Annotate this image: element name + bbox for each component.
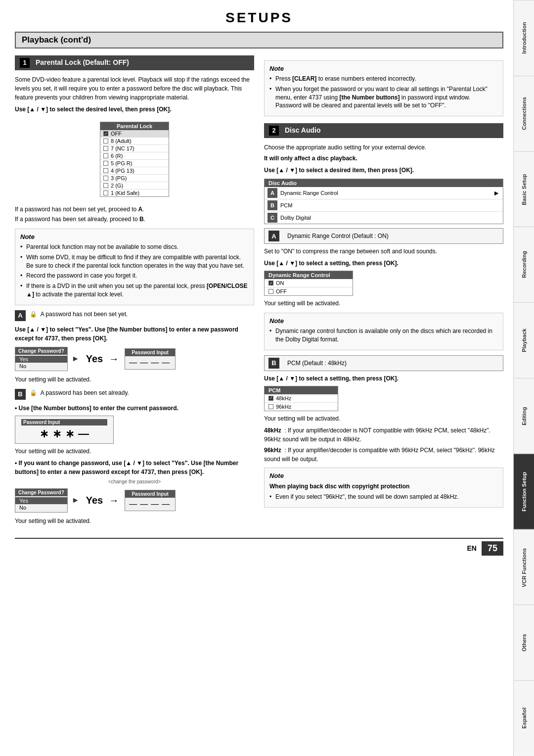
parental-menu-row-3: 3 (PG) <box>100 175 169 182</box>
section1-instruction: Use [▲ / ▼] to select the desired level,… <box>15 105 254 114</box>
checkbox-7 <box>103 146 108 151</box>
sidebar-tab-connections[interactable]: Connections <box>514 76 534 151</box>
marker-b-instruction: • Use [the Number buttons] to enter the … <box>15 404 254 413</box>
password-display-b: Password Input ∗ ∗ ∗ — <box>15 416 114 444</box>
sidebar-tab-playback[interactable]: Playback <box>514 302 534 378</box>
pw-star-2: ∗ <box>52 427 61 440</box>
sidebar-tab-editing[interactable]: Editing <box>514 378 534 454</box>
note-item-2: With some DVD, it may be difficult to fi… <box>20 253 249 270</box>
checkbox-3 <box>103 176 108 181</box>
48khz-desc: 48kHz : If your amplifier/decoder is NOT… <box>264 426 503 444</box>
sidebar-tab-espanol[interactable]: Español <box>514 680 534 756</box>
parental-menu-row-2: 2 (G) <box>100 182 169 189</box>
marker-b-icon: 🔒 <box>30 389 37 396</box>
right-note-item-2: When you forget the password or you want… <box>269 85 498 110</box>
section-b-pcm-letter: B <box>268 358 279 369</box>
section2-body: Choose the appropriate audio setting for… <box>264 143 503 152</box>
checkbox-1 <box>103 190 108 195</box>
marker-b-activated2: Your setting will be activated. <box>15 517 254 525</box>
disc-audio-header: Disc Audio <box>265 179 503 187</box>
pw-display-body: ∗ ∗ ∗ — <box>21 427 107 440</box>
pw-star-3: ∗ <box>65 427 74 440</box>
drc-note: Note Dynamic range control function is a… <box>264 313 503 350</box>
section1-note-title: Note <box>20 233 249 240</box>
drc-note-item: Dynamic range control function is availa… <box>269 327 498 344</box>
sidebar-tab-basic-setup[interactable]: Basic Setup <box>514 151 534 227</box>
section2-header: 2 Disc Audio <box>264 123 503 138</box>
section1-right-note-title: Note <box>269 65 498 72</box>
change-password-box-a: Change Password? Yes No <box>15 347 68 371</box>
proceed-a-text: If a password has not been set yet, proc… <box>15 205 254 214</box>
note-item-1: Parental lock function may not be availa… <box>20 243 249 251</box>
sidebar-tab-introduction[interactable]: Introduction <box>514 0 534 76</box>
parental-menu-row-7: 7 (NC 17) <box>100 145 169 152</box>
disc-audio-row-drc: A Dynamic Range Control ► <box>265 187 503 199</box>
password-input-box-a: Password Input — — — — <box>125 348 176 370</box>
change-password-header-a: Change Password? <box>15 347 67 355</box>
sidebar-tab-function-setup[interactable]: Function Setup <box>514 454 534 529</box>
section-b-pcm-box: B PCM (Default : 48kHz) <box>264 355 503 371</box>
flow-yes-b: Yes <box>15 497 67 504</box>
sidebar-tab-vcr-functions[interactable]: VCR Functions <box>514 529 534 605</box>
marker-a-letter: A <box>15 310 26 321</box>
section1-note: Note Parental lock function may not be a… <box>15 229 254 305</box>
flow-yes-a: Yes <box>15 356 67 363</box>
pcm-checkbox-96 <box>268 404 273 409</box>
marker-a-icon: 🔒 <box>30 311 37 318</box>
disc-audio-arrow: ► <box>493 189 500 197</box>
sidebar-tab-recording[interactable]: Recording <box>514 227 534 302</box>
disc-audio-label-b: B <box>267 200 277 210</box>
pcm-row-96: 96kHz <box>265 403 338 411</box>
disc-audio-row-pcm: B PCM <box>265 199 503 212</box>
page-number: 75 <box>482 541 503 556</box>
marker-b-box: B 🔒 A password has been set already. <box>15 389 254 400</box>
change-password-label: <change the password> <box>15 479 254 484</box>
pcm-menu: PCM 48kHz 96kHz <box>264 386 338 411</box>
page-bottom: EN 75 <box>15 538 503 556</box>
pcm-header: PCM <box>265 386 338 394</box>
flow-dash-b: → <box>109 495 119 506</box>
section1-body: Some DVD-video feature a parental lock l… <box>15 75 254 102</box>
yes-label-b: Yes <box>86 495 103 506</box>
pcm-note-title: Note <box>269 472 498 479</box>
pw-dash-1: — <box>78 427 89 440</box>
marker-b-letter: B <box>15 389 26 400</box>
section2-num: 2 <box>269 126 279 136</box>
section2-instruction: Use [▲ / ▼] to select a desired item, th… <box>264 166 503 175</box>
password-flow-a: Change Password? Yes No ► Yes → Password… <box>15 347 254 371</box>
marker-b-change-instruction: • If you want to change password, use [▲… <box>15 459 254 476</box>
drc-row-on: ON <box>265 279 353 287</box>
pcm-checkbox-48 <box>268 396 273 401</box>
password-input-body-b: — — — — <box>125 498 175 511</box>
note-item-3: Record the password in case you forget i… <box>20 272 249 280</box>
checkbox-6 <box>103 153 108 158</box>
password-input-header-a: Password Input <box>125 349 175 356</box>
marker-a-activated: Your setting will be activated. <box>15 375 254 384</box>
disc-audio-label-c: C <box>267 213 277 223</box>
marker-b-activated: Your setting will be activated. <box>15 447 254 456</box>
pcm-note-item: Even if you select "96kHz", the sound wi… <box>269 493 498 501</box>
section-a-drc-text: Dynamic Range Control (Default : ON) <box>287 233 389 239</box>
drc-header: Dynamic Range Control <box>265 271 353 279</box>
page-title: SETUPS <box>15 10 503 26</box>
section1-num: 1 <box>20 58 30 68</box>
parental-menu-row-off: OFF <box>100 130 169 138</box>
pcm-activated: Your setting will be activated. <box>264 414 503 423</box>
flow-no-a: No <box>15 363 67 370</box>
marker-a-box: A 🔒 A password has not been set yet. <box>15 310 254 321</box>
change-password-box-b: Change Password? Yes No <box>15 488 68 513</box>
drc-menu: Dynamic Range Control ON OFF <box>264 271 353 296</box>
note-item-4: If there is a DVD in the unit when you s… <box>20 282 249 299</box>
yes-label-a: Yes <box>86 353 103 365</box>
proceed-b-text: If a password has been set already, proc… <box>15 215 254 224</box>
pw-display-header: Password Input <box>21 419 107 425</box>
right-note-item-1: Press [CLEAR] to erase numbers entered i… <box>269 75 498 83</box>
drc-checkbox-off <box>268 289 273 294</box>
sidebar-tab-others[interactable]: Others <box>514 605 534 680</box>
section-a-drc-body: Set to "ON" to compress the range betwee… <box>264 247 503 256</box>
checkbox-2 <box>103 183 108 188</box>
marker-b-text: A password has been set already. <box>41 389 129 396</box>
section-a-drc-box: A Dynamic Range Control (Default : ON) <box>264 228 503 244</box>
disc-audio-label-a: A <box>267 188 277 198</box>
drc-activated: Your setting will be activated. <box>264 299 503 308</box>
